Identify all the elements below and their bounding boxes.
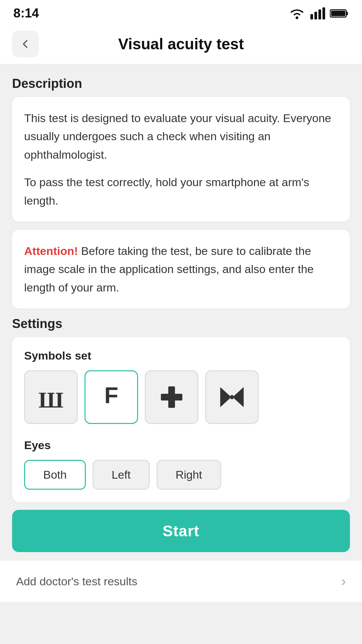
eye-button-both[interactable]: Both bbox=[24, 460, 86, 490]
main-content: Description This test is designed to eva… bbox=[0, 64, 362, 502]
svg-point-0 bbox=[296, 16, 298, 19]
svg-rect-6 bbox=[346, 12, 348, 15]
attention-card: Attention! Before taking the test, be su… bbox=[12, 230, 350, 309]
settings-card: Symbols set Ш F bbox=[12, 337, 350, 502]
f-symbol-icon: F bbox=[98, 384, 125, 411]
status-bar: 8:14 bbox=[0, 0, 362, 24]
chevron-right-icon: › bbox=[341, 573, 346, 589]
description-para2: To pass the test correctly, hold your sm… bbox=[24, 173, 338, 210]
symbols-label: Symbols set bbox=[24, 349, 338, 362]
back-button[interactable] bbox=[12, 31, 39, 57]
svg-rect-1 bbox=[310, 14, 313, 19]
svg-rect-3 bbox=[318, 9, 321, 19]
attention-body: Attention! Before taking the test, be su… bbox=[24, 242, 338, 297]
cross-symbol-icon bbox=[158, 384, 185, 411]
description-section-title: Description bbox=[12, 76, 350, 91]
bottom-link-row[interactable]: Add doctor's test results › bbox=[0, 560, 362, 602]
svg-rect-4 bbox=[322, 7, 325, 19]
add-results-link[interactable]: Add doctor's test results bbox=[16, 575, 137, 588]
svg-rect-7 bbox=[331, 11, 345, 16]
svg-rect-14 bbox=[231, 395, 233, 399]
symbol-button-cross[interactable] bbox=[145, 370, 198, 424]
symbol-button-bowtie[interactable] bbox=[205, 370, 259, 424]
eye-button-left[interactable]: Left bbox=[93, 460, 150, 490]
symbol-button-w[interactable]: Ш bbox=[24, 370, 78, 424]
w-symbol-icon: Ш bbox=[38, 384, 64, 411]
start-button[interactable]: Start bbox=[12, 510, 350, 552]
status-time: 8:14 bbox=[13, 6, 39, 20]
app-header: Visual acuity test bbox=[0, 24, 362, 64]
eye-button-right[interactable]: Right bbox=[157, 460, 221, 490]
svg-marker-13 bbox=[233, 387, 244, 407]
svg-marker-12 bbox=[220, 387, 231, 407]
start-button-wrap: Start bbox=[0, 502, 362, 560]
svg-text:F: F bbox=[104, 384, 118, 408]
symbol-button-f[interactable]: F bbox=[84, 370, 138, 424]
eyes-label: Eyes bbox=[24, 439, 338, 452]
page-title: Visual acuity test bbox=[39, 35, 323, 53]
description-para1: This test is designed to evaluate your v… bbox=[24, 109, 338, 164]
description-body: This test is designed to evaluate your v… bbox=[24, 109, 338, 210]
chevron-left-icon bbox=[20, 39, 31, 49]
signal-icon bbox=[310, 7, 325, 19]
svg-rect-2 bbox=[314, 12, 317, 19]
wifi-icon bbox=[288, 7, 306, 19]
description-card: This test is designed to evaluate your v… bbox=[12, 97, 350, 222]
battery-icon bbox=[330, 8, 349, 18]
attention-label: Attention! bbox=[24, 245, 78, 257]
svg-text:Ш: Ш bbox=[39, 387, 64, 411]
bowtie-symbol-icon bbox=[219, 384, 245, 411]
status-icons bbox=[288, 7, 349, 19]
settings-section-title: Settings bbox=[12, 317, 350, 331]
svg-rect-11 bbox=[161, 394, 182, 400]
symbols-grid: Ш F bbox=[24, 370, 338, 424]
eyes-row: Both Left Right bbox=[24, 460, 338, 490]
